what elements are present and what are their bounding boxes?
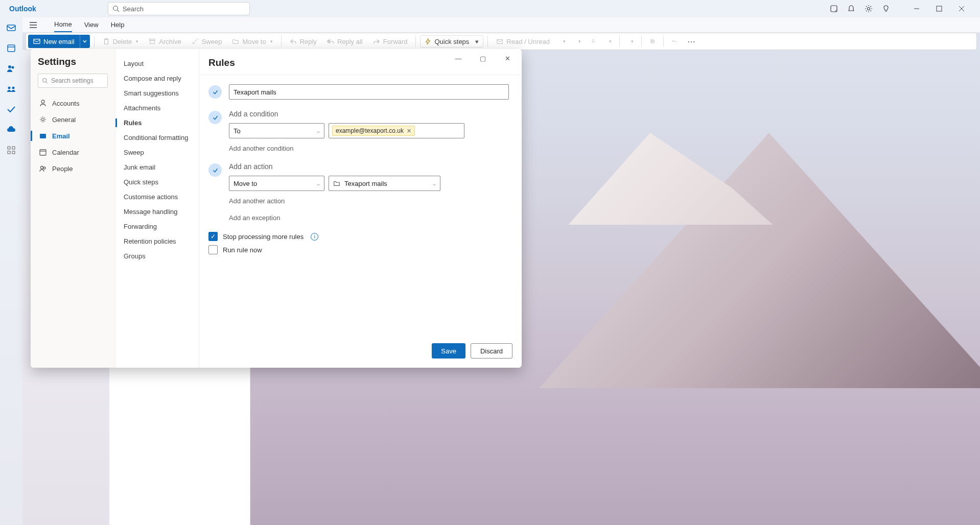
nav-accounts[interactable]: Accounts [38, 95, 108, 111]
pin-button[interactable] [587, 35, 600, 48]
rule-name-input[interactable] [229, 84, 509, 100]
subnav-message-handling[interactable]: Message handling [121, 204, 194, 219]
more-button[interactable]: ⋯ [683, 37, 701, 46]
svg-rect-5 [937, 6, 942, 11]
snooze-button[interactable]: ▾ [602, 35, 615, 48]
subnav-junk[interactable]: Junk email [121, 160, 194, 175]
svg-rect-7 [8, 45, 15, 52]
svg-point-31 [43, 79, 47, 83]
add-condition-link[interactable]: Add another condition [229, 145, 512, 152]
chevron-down-icon: ⌵ [317, 128, 320, 134]
subnav-smart[interactable]: Smart suggestions [121, 86, 194, 101]
step-bubble-condition [208, 111, 222, 124]
nav-calendar[interactable]: Calendar [38, 144, 108, 160]
calendar-rail-icon[interactable] [6, 43, 16, 53]
reply-all-button[interactable]: Reply all [323, 35, 367, 48]
run-now-label: Run rule now [223, 246, 262, 254]
add-exception-link[interactable]: Add an exception [229, 214, 512, 222]
bulb-icon[interactable] [882, 5, 890, 13]
subnav-retention[interactable]: Retention policies [121, 234, 194, 249]
svg-line-32 [46, 82, 48, 83]
subnav-quick-steps[interactable]: Quick steps [121, 175, 194, 189]
nav-people[interactable]: People [38, 160, 108, 177]
apps-rail-icon[interactable] [6, 145, 16, 155]
read-unread-button[interactable]: Read / Unread [492, 35, 554, 48]
action-label: Add an action [229, 162, 512, 171]
undo-button[interactable] [668, 35, 681, 48]
subnav-conditional[interactable]: Conditional formatting [121, 130, 194, 145]
hamburger-icon[interactable] [29, 20, 38, 30]
tab-help[interactable]: Help [111, 18, 125, 32]
move-to-button[interactable]: Move to▾ [228, 35, 276, 48]
trash-icon [103, 38, 110, 45]
tab-view[interactable]: View [84, 18, 99, 32]
subnav-forwarding[interactable]: Forwarding [121, 219, 194, 234]
new-email-split[interactable] [80, 35, 90, 48]
people-rail-icon[interactable] [6, 63, 16, 74]
svg-rect-16 [12, 151, 15, 154]
tab-home[interactable]: Home [54, 17, 72, 32]
settings-search-input[interactable]: Search settings [38, 74, 108, 88]
svg-rect-15 [8, 151, 10, 154]
note-icon[interactable] [830, 5, 838, 13]
condition-field-select[interactable]: To⌵ [229, 123, 324, 138]
ribbon: New email Delete▾ Archive Sweep Move to▾… [26, 33, 977, 50]
bell-icon[interactable] [847, 5, 855, 13]
window-close[interactable] [950, 0, 973, 17]
print-button[interactable] [646, 35, 659, 48]
onedrive-rail-icon[interactable] [6, 125, 16, 135]
stop-processing-checkbox[interactable] [208, 232, 218, 241]
svg-rect-36 [40, 150, 46, 155]
quick-steps-button[interactable]: Quick steps▾ [420, 35, 483, 47]
titlebar: Outlook Search [0, 0, 980, 17]
settings-content: Rules Add a condition To⌵ example@texap [199, 49, 522, 368]
groups-rail-icon[interactable] [6, 84, 16, 94]
archive-button[interactable]: Archive [145, 35, 185, 48]
forward-button[interactable]: Forward [369, 35, 412, 48]
add-action-link[interactable]: Add another action [229, 197, 512, 205]
dialog-minimize[interactable]: — [451, 55, 465, 62]
reply-button[interactable]: Reply [286, 35, 321, 48]
delete-button[interactable]: Delete▾ [99, 35, 143, 48]
svg-rect-13 [8, 147, 10, 149]
svg-point-34 [42, 118, 44, 121]
svg-point-3 [868, 8, 870, 10]
subnav-groups[interactable]: Groups [121, 249, 194, 264]
todo-rail-icon[interactable] [6, 104, 16, 114]
nav-email[interactable]: Email [38, 128, 108, 144]
global-search-input[interactable]: Search [108, 2, 250, 15]
gear-icon[interactable] [865, 5, 873, 13]
dialog-maximize[interactable]: ▢ [476, 55, 490, 62]
subnav-customise[interactable]: Customise actions [121, 189, 194, 204]
chevron-down-icon [82, 39, 87, 44]
sweep-button[interactable]: Sweep [188, 35, 226, 48]
info-icon[interactable]: i [311, 233, 318, 241]
undo-icon [672, 38, 677, 45]
subnav-sweep[interactable]: Sweep [121, 145, 194, 160]
window-button[interactable]: ▾ [624, 35, 637, 48]
action-field-select[interactable]: Move to⌵ [229, 176, 324, 191]
action-folder-select[interactable]: Texaport mails ⌵ [329, 176, 440, 191]
run-now-checkbox[interactable] [208, 245, 218, 254]
subnav-rules[interactable]: Rules [121, 115, 194, 130]
subnav-layout[interactable]: Layout [121, 56, 194, 71]
envelope-icon [496, 38, 503, 45]
dialog-close[interactable]: ✕ [500, 55, 515, 62]
new-email-button[interactable]: New email [28, 35, 90, 48]
flag-button[interactable]: ▾ [571, 35, 585, 48]
app-title: Outlook [4, 5, 36, 13]
window-minimize[interactable] [905, 0, 928, 17]
tag-button[interactable]: ▾ [556, 35, 569, 48]
subnav-attachments[interactable]: Attachments [121, 101, 194, 115]
search-icon [42, 78, 48, 84]
subnav-compose[interactable]: Compose and reply [121, 71, 194, 86]
chip-remove[interactable]: ✕ [407, 128, 411, 134]
condition-value-input[interactable]: example@texaport.co.uk ✕ [329, 123, 464, 138]
search-placeholder: Search [123, 5, 144, 13]
mail-icon [33, 38, 40, 45]
discard-button[interactable]: Discard [471, 343, 512, 359]
save-button[interactable]: Save [432, 343, 465, 359]
mail-rail-icon[interactable] [6, 22, 16, 33]
window-maximize[interactable] [928, 0, 950, 17]
nav-general[interactable]: General [38, 111, 108, 128]
